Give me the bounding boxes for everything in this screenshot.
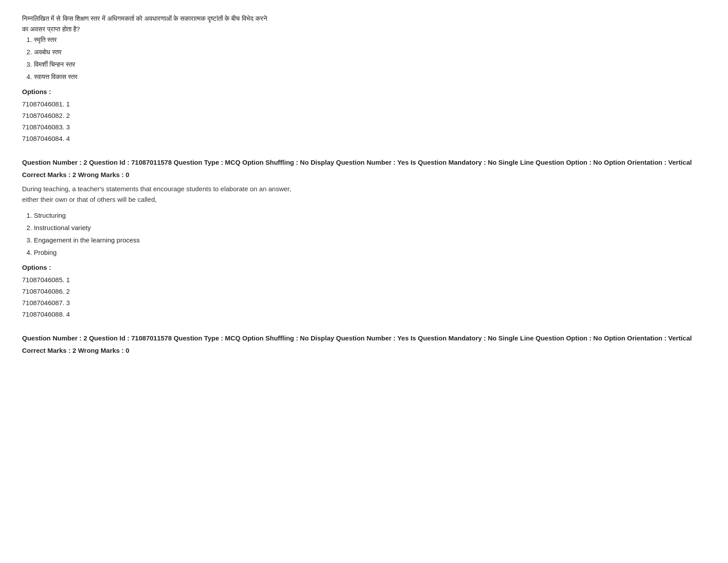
question2-answer-options: 71087046085. 1 71087046086. 2 7108704608… — [22, 275, 706, 320]
question1-choices: 1. स्मृति स्तर 2. अवबोध स्तर 3. विमर्शी … — [22, 34, 706, 82]
question2-marks: Correct Marks : 2 Wrong Marks : 0 — [22, 170, 706, 180]
question1-options-label: Options : — [22, 87, 706, 97]
question2-options-label: Options : — [22, 262, 706, 273]
question2-meta: Question Number : 2 Question Id : 710870… — [22, 157, 706, 168]
list-item: 3. विमर्शी चिन्हन स्तर — [26, 59, 706, 70]
list-item: 2. Instructional variety — [26, 223, 706, 233]
question1-block: निम्नलिखित में से किस शिक्षण स्तर में अध… — [22, 13, 706, 144]
list-item: 71087046084. 4 — [22, 133, 706, 144]
list-item: 4. Probing — [26, 247, 706, 258]
list-item: 4. स्वायत्त विकास स्तर — [26, 72, 706, 82]
question1-text-line1: निम्नलिखित में से किस शिक्षण स्तर में अध… — [22, 13, 706, 24]
question1-answer-options: 71087046081. 1 71087046082. 2 7108704608… — [22, 99, 706, 144]
list-item: 71087046083. 3 — [22, 122, 706, 132]
list-item: 1. Structuring — [26, 210, 706, 221]
list-item: 71087046088. 4 — [22, 309, 706, 320]
question2-text-line1: During teaching, a teacher's statements … — [22, 184, 706, 194]
list-item: 2. अवबोध स्तर — [26, 47, 706, 57]
question3-meta: Question Number : 2 Question Id : 710870… — [22, 333, 706, 344]
question2-block: Question Number : 2 Question Id : 710870… — [22, 157, 706, 320]
list-item: 71087046086. 2 — [22, 286, 706, 297]
list-item: 71087046087. 3 — [22, 298, 706, 308]
list-item: 71087046082. 2 — [22, 110, 706, 121]
list-item: 1. स्मृति स्तर — [26, 34, 706, 45]
question3-block: Question Number : 2 Question Id : 710870… — [22, 333, 706, 356]
list-item: 71087046081. 1 — [22, 99, 706, 110]
list-item: 71087046085. 1 — [22, 275, 706, 285]
question3-marks: Correct Marks : 2 Wrong Marks : 0 — [22, 345, 706, 356]
list-item: 3. Engagement in the learning process — [26, 235, 706, 246]
question2-text-line2: either their own or that of others will … — [22, 194, 706, 205]
question2-choices: 1. Structuring 2. Instructional variety … — [22, 210, 706, 258]
question2-text: During teaching, a teacher's statements … — [22, 184, 706, 205]
question1-text-line2: का अवसर प्राप्त होता है? — [22, 24, 706, 34]
